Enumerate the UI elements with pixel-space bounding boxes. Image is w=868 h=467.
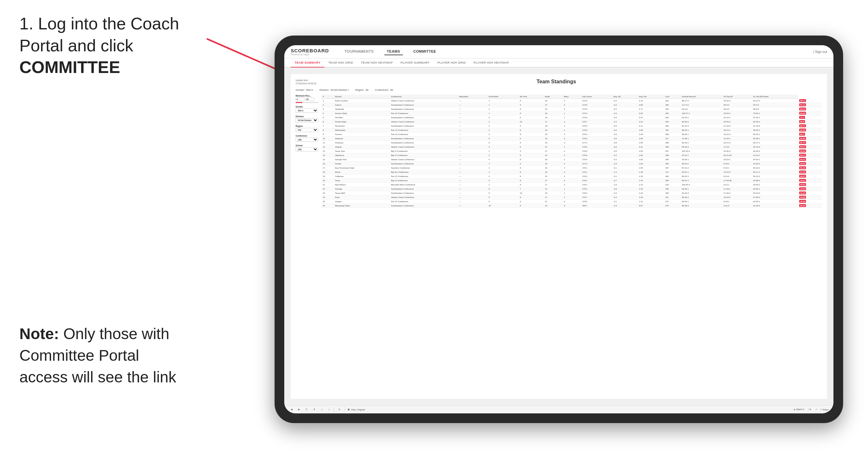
data-cell: 8 [519,204,544,208]
data-cell: — [458,98,488,103]
data-cell: 10 [488,204,519,208]
data-cell: 4 [563,132,581,136]
card-header: Update time: 27/03/2024 16:56:26 Team St… [296,79,822,85]
instruction-area: 1. Log into the Coach Portal and click C… [20,13,207,91]
data-cell: 1 [563,145,581,149]
data-cell: 5 [488,195,519,199]
rank-cell: 12 [321,145,334,149]
nav-committee[interactable]: COMMITTEE [411,48,439,55]
subnav-player-summary[interactable]: PLAYER SUMMARY [397,58,434,67]
data-cell: 265 [664,111,681,115]
rounds-slider[interactable] [296,102,318,103]
toolbar-refresh[interactable]: ↻ [304,408,309,411]
data-cell: 270 [664,204,681,208]
subnav-team-summary[interactable]: TEAM SUMMARY [291,58,324,67]
note-text: Note: Only those with Committee Portal a… [20,323,187,388]
data-cell: 274.8 [581,115,612,120]
table-body: 1North CarolinaAtlantic Coast Conference… [321,98,822,208]
max-rounds-input[interactable] [305,97,314,101]
toolbar-share-small[interactable]: ⬆ [312,408,317,411]
toolbar-expand[interactable]: ⤢ [815,408,817,411]
rank-cell: 23 [321,191,334,195]
data-cell: -3.5 [612,149,638,153]
data-cell: 24 [544,161,563,166]
division-select[interactable]: NCAA Division I [296,118,318,122]
table-row: 1North CarolinaAtlantic Coast Conference… [321,98,822,103]
data-cell: 275.5 [581,157,612,161]
col-conf-rank: Conf Rank [488,95,519,99]
data-cell: 279.5 [581,199,612,204]
data-cell: — [458,183,488,187]
school-select[interactable]: (All) [296,147,318,152]
data-cell: 3 [488,145,519,149]
toolbar-clock[interactable]: ⏱ [337,408,342,411]
subnav-player-h2h-heatmap[interactable]: PLAYER H2H HEATMAP [470,58,513,67]
data-cell: -2.0 [612,191,638,195]
conference-select[interactable]: (All) [296,137,318,142]
data-cell: 1 [488,98,519,103]
share-button[interactable]: ↗ Share [820,408,829,411]
data-cell: -3.8 [612,141,638,145]
view-original-btn[interactable]: ▣ View: Original [348,408,365,411]
data-cell: 262 [664,115,681,120]
region-select[interactable]: N/A [296,128,318,132]
table-row: 9ArizonaPac-12 Conference—38234276.3-4.6… [321,132,822,136]
data-cell: 13-15-0 [722,170,752,174]
data-cell: 274.2 [581,111,612,115]
rank-cell: 18 [321,170,334,174]
data-cell: 7 [519,187,544,191]
rank-cell: 15 [321,157,334,161]
data-cell: 1.85 [638,153,664,157]
subnav-team-h2h-grid[interactable]: TEAM H2H GRID [324,58,357,67]
data-cell: 1.86 [638,136,664,141]
score-cell: 43.18 [798,199,822,204]
data-cell: -3.5 [612,136,638,141]
school-cell: New Mexico [334,183,390,187]
data-cell: 268 [664,141,681,145]
data-cell: 21-19-0 [752,124,798,128]
data-cell: 10 [519,191,544,195]
nav-teams[interactable]: TEAMS [384,48,403,55]
nav-tournaments[interactable]: TOURNAMENTS [342,48,376,55]
school-cell: Florida [334,161,390,166]
toolbar-back[interactable]: ◀ [289,408,294,411]
subnav-player-h2h-grid[interactable]: PLAYER H2H GRID [434,58,470,67]
gender-select[interactable]: Men's [296,108,318,113]
data-cell: 30-15-18 [722,153,752,157]
data-cell: 8 [519,166,544,170]
data-cell: 278.2 [581,174,612,178]
school-cell: California [334,174,390,178]
conference-filter-display: Conference: All [375,89,393,91]
data-cell: 24 [544,153,563,157]
school-cell: Arkansas [334,141,390,145]
toolbar-add[interactable]: + [327,408,331,411]
content-with-sidebar: Minimum Rou... Gender [296,95,822,391]
data-cell: 86-25-1 [681,128,722,132]
data-cell: Southeastern Conference [390,136,458,141]
toolbar-forward[interactable]: ▶ [297,408,301,411]
watch-button[interactable]: 👁 Watch ▾ [794,408,805,411]
data-cell: Pac-12 Conference [390,111,458,115]
data-cell: 10-23-0 [722,195,752,199]
score-cell: 60.71 [798,141,822,145]
data-cell: 1.39 [638,195,664,199]
sign-out-button[interactable]: | Sign out [813,50,827,54]
data-cell: — [458,132,488,136]
data-cell: 60-26-2 [752,120,798,124]
data-cell: 72-30-1 [681,136,722,141]
rank-cell: 21 [321,183,334,187]
data-cell: — [458,120,488,124]
data-cell: 273.5 [581,98,612,103]
score-cell: 85.98 [798,111,822,115]
min-rounds-input[interactable] [296,97,305,101]
score-cell: 45.91 [798,183,822,187]
subnav-team-h2h-heatmap[interactable]: TEAM H2H HEATMAP [357,58,397,67]
rank-cell: 8 [321,128,334,132]
data-cell: 1.85 [638,157,664,161]
toolbar-bookmark[interactable]: □ [319,408,324,411]
data-cell: Southeastern Conference [390,191,458,195]
score-cell: 46.91 [798,178,822,183]
data-cell: 2.37 [638,115,664,120]
data-cell: 9-19-1 [722,199,752,204]
data-cell: 15-32-2 [722,149,752,153]
